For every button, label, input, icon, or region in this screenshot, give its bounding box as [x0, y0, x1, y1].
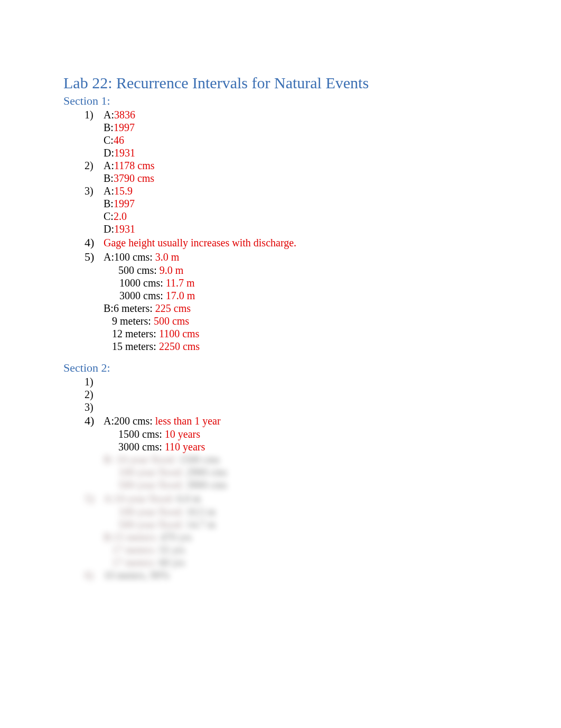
value: 1100 cms [159, 328, 199, 339]
s2-q4-b: B: 10-year flood: 1500 cms [63, 454, 498, 466]
key: 3000 cms: [119, 290, 166, 301]
s2-q4-b2: 100-year flood: 2900 cms [63, 466, 498, 478]
s2-q2: 2) [63, 389, 498, 401]
value: 500 cms [154, 315, 189, 327]
value: 9.0 m [160, 264, 184, 276]
value: 11.7 m [166, 277, 195, 289]
value: 2900 cms [186, 466, 227, 478]
s1-q3-d: D:1931 [63, 223, 498, 235]
label-a: A: [104, 185, 114, 197]
s1-q1-b: B:1997 [63, 122, 498, 134]
value: 60 yrs [159, 557, 185, 568]
s1-q3: 3)A:15.9 [63, 185, 498, 197]
key: 10-year flood: [114, 493, 177, 504]
label-d: D: [104, 223, 114, 235]
label-a: A: [104, 109, 114, 121]
s2-q3: 3) [63, 401, 498, 413]
key: 100-year flood: [118, 506, 186, 518]
value: 6.0 m [177, 493, 201, 504]
s2-q4: 4)A:200 cms: less than 1 year [63, 414, 498, 428]
answer-text: 10 meters, 90% [104, 569, 170, 581]
s1-q5-b4: 15 meters: 2250 cms [63, 340, 498, 353]
value: 3900 cms [186, 479, 227, 491]
key: 12 meters: [112, 328, 159, 339]
answer-a: 15.9 [114, 185, 133, 197]
s1-q4: 4)Gage height usually increases with dis… [63, 236, 498, 250]
answer-text: Gage height usually increases with disch… [104, 237, 296, 248]
s1-q1: 1)A:3836 [63, 109, 498, 121]
s1-q2: 2)A:1178 cms [63, 160, 498, 172]
list-number: 4) [85, 236, 104, 250]
answer-a: 3836 [114, 109, 135, 121]
label-a: A: [104, 160, 114, 171]
list-number: 3) [85, 401, 104, 413]
label-a: A: [104, 415, 114, 427]
s1-q5: 5)A:100 cms: 3.0 m [63, 250, 498, 264]
s2-q1: 1) [63, 376, 498, 388]
s2-q5-b2: 17 meters: 55 yrs [63, 544, 498, 556]
key: 100-year flood: [118, 466, 186, 478]
s2-q5: 5)A:10-year flood: 6.0 m [63, 492, 498, 505]
key: 100 cms: [114, 251, 155, 263]
s2-q4-b3: 500-year flood: 3900 cms [63, 479, 498, 491]
value: 14.7 m [186, 519, 216, 530]
value: 470 yrs [161, 531, 192, 543]
answer-b: 3790 cms [114, 172, 154, 184]
answer-c: 2.0 [114, 210, 127, 222]
key: 1500 cms: [118, 428, 165, 440]
answer-a: 1178 cms [114, 160, 154, 171]
label-a: A: [104, 251, 114, 263]
key: 17 meters: [112, 557, 159, 568]
document-page: Lab 22: Recurrence Intervals for Natural… [0, 0, 561, 582]
s1-q2-b: B:3790 cms [63, 172, 498, 185]
key: 500-year flood: [118, 519, 186, 530]
value: 17.0 m [166, 290, 195, 301]
s2-q5-a3: 500-year flood: 14.7 m [63, 519, 498, 531]
value: 55 yrs [159, 544, 185, 556]
s2-q5-b3: 17 meters: 60 yrs [63, 557, 498, 569]
value: 2250 cms [159, 340, 200, 352]
key: 17 meters: [112, 544, 159, 556]
page-title: Lab 22: Recurrence Intervals for Natural… [63, 74, 498, 92]
answer-d: 1931 [114, 223, 135, 235]
key: 500-year flood: [118, 479, 186, 491]
key: 9 meters: [112, 315, 154, 327]
list-number: 3) [85, 185, 104, 197]
key: 10-year flood: [116, 454, 179, 465]
key: 15 meters: [112, 340, 159, 352]
s2-q4-a3: 3000 cms: 110 years [63, 441, 498, 453]
list-number: 5) [85, 492, 104, 505]
s2-q5-b: B:15 meters: 470 yrs [63, 531, 498, 543]
s1-q5-b3: 12 meters: 1100 cms [63, 328, 498, 340]
key: 6 meters: [114, 302, 155, 314]
answer-b: 1997 [114, 198, 135, 209]
list-number: 2) [85, 160, 104, 172]
key: 3000 cms: [118, 441, 165, 453]
value: 110 years [165, 441, 205, 453]
key: 500 cms: [118, 264, 160, 276]
label-b: B: [104, 531, 114, 543]
list-number: 1) [85, 376, 104, 388]
answer-c: 46 [114, 134, 124, 146]
s2-q4-a2: 1500 cms: 10 years [63, 428, 498, 440]
answer-d: 1931 [114, 147, 135, 159]
key: 15 meters: [114, 531, 161, 543]
label-b: B: [104, 122, 114, 133]
list-number: 4) [85, 414, 104, 428]
label-b: B: [104, 172, 114, 184]
section-2-header: Section 2: [63, 361, 498, 375]
s1-q3-b: B:1997 [63, 198, 498, 210]
label-b: B: [104, 302, 114, 314]
s2-q5-a2: 100-year flood: 10.5 m [63, 506, 498, 518]
s1-q5-b2: 9 meters: 500 cms [63, 315, 498, 327]
value: 10.5 m [186, 506, 216, 518]
value: less than 1 year [155, 415, 221, 427]
list-number: 1) [85, 109, 104, 121]
list-number: 6) [85, 569, 104, 582]
section-1-header: Section 1: [63, 94, 498, 108]
value: 1500 cms [179, 454, 220, 465]
label-a: A: [104, 493, 114, 504]
s1-q5-b1: B:6 meters: 225 cms [63, 302, 498, 315]
key: 1000 cms: [119, 277, 166, 289]
label-c: C: [104, 134, 114, 146]
